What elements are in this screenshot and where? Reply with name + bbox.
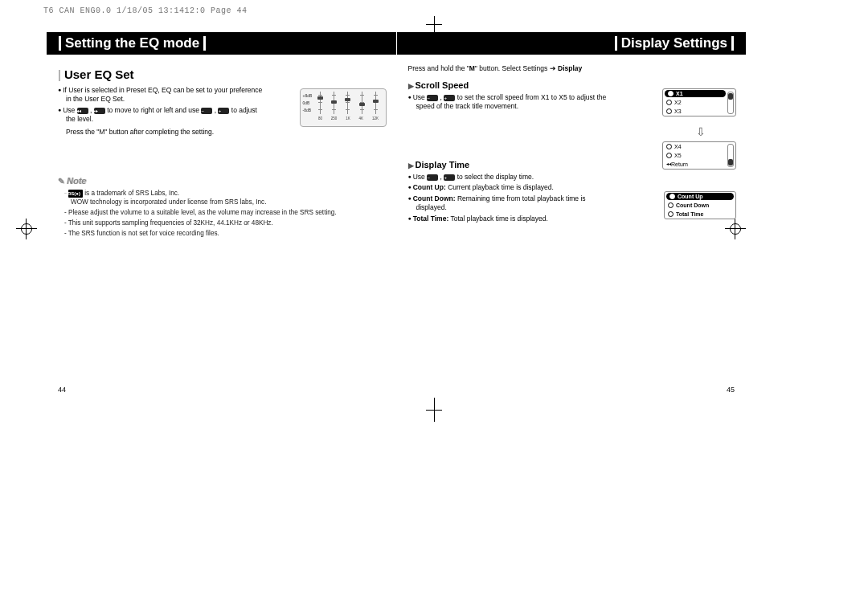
lcd-item-selected: Count Up [666, 193, 734, 200]
after-bullets-text: Press the "M" button after completing th… [58, 128, 267, 136]
bullet-item: Use − , + to set the scroll speed from X… [408, 93, 609, 112]
lcd-item: Count Down [665, 201, 735, 210]
lcd-scroll-top: X1 X2 X3 [662, 88, 736, 116]
lcd-item-return: ◂ Return [663, 160, 727, 169]
bullet-item: Count Up: Current playback time is displ… [408, 183, 617, 192]
display-time-bullets: Use − , + to select the display time. Co… [408, 173, 617, 223]
title-right-text: Display Settings [621, 35, 727, 51]
section-user-eq: |User EQ Set [58, 67, 385, 81]
note-item: Please adjust the volume to a suitable l… [64, 208, 385, 217]
lcd-item: X4 [663, 142, 727, 151]
user-eq-bullets: If User is selected in Preset EQ, EQ can… [58, 86, 267, 125]
arrow-down-icon: ⇩ [696, 125, 706, 138]
title-bar-left: Setting the EQ mode [47, 32, 396, 55]
title-left-text: Setting the EQ mode [65, 35, 199, 51]
lcd-item: X3 [663, 107, 727, 116]
bullet-item: Total Time: Total playback time is displ… [408, 215, 617, 223]
print-slug: T6 CAN ENG0.0 1/18/05 13:1412:0 Page 44 [43, 6, 248, 15]
scroll-speed-bullets: Use − , + to set the scroll speed from X… [408, 93, 609, 112]
registration-mark-left [19, 222, 34, 236]
page-number-left: 44 [58, 386, 66, 394]
eq-graphic: +8dB 0dB -8dB 80 250 1K 4K 12K [300, 88, 387, 127]
bullet-item: Use − , + to select the display time. [408, 173, 617, 182]
title-bar-right: Display Settings [397, 32, 747, 55]
bullet-item: Use ◂◂ , ▸▸ to move to right or left and… [58, 106, 267, 125]
page-right: Display Settings Press and hold the "M" … [397, 32, 747, 394]
note-heading: ✎Note [58, 176, 385, 186]
breadcrumb-instruction: Press and hold the "M" button. Select Se… [408, 64, 735, 72]
note-list: SRS(●) is a trademark of SRS Labs, Inc.W… [58, 189, 385, 238]
lcd-item: X2 [663, 98, 727, 107]
note-item: SRS(●) is a trademark of SRS Labs, Inc.W… [64, 189, 385, 206]
bullet-item: Count Down: Remaining time from total pl… [408, 194, 617, 213]
lcd-item: Total Time [665, 210, 735, 219]
lcd-display-time: Count Up Count Down Total Time [664, 191, 736, 219]
note-item: The SRS function is not set for voice re… [64, 229, 385, 238]
lcd-item: X5 [663, 151, 727, 160]
lcd-item-selected: X1 [665, 90, 726, 97]
lcd-scroll-bottom: X4 X5 ◂ Return [662, 141, 736, 170]
bullet-item: If User is selected in Preset EQ, EQ can… [58, 86, 267, 104]
page-left: Setting the EQ mode |User EQ Set If User… [47, 32, 397, 394]
page-number-right: 45 [727, 386, 735, 394]
note-item: This unit supports sampling frequencies … [64, 219, 385, 227]
